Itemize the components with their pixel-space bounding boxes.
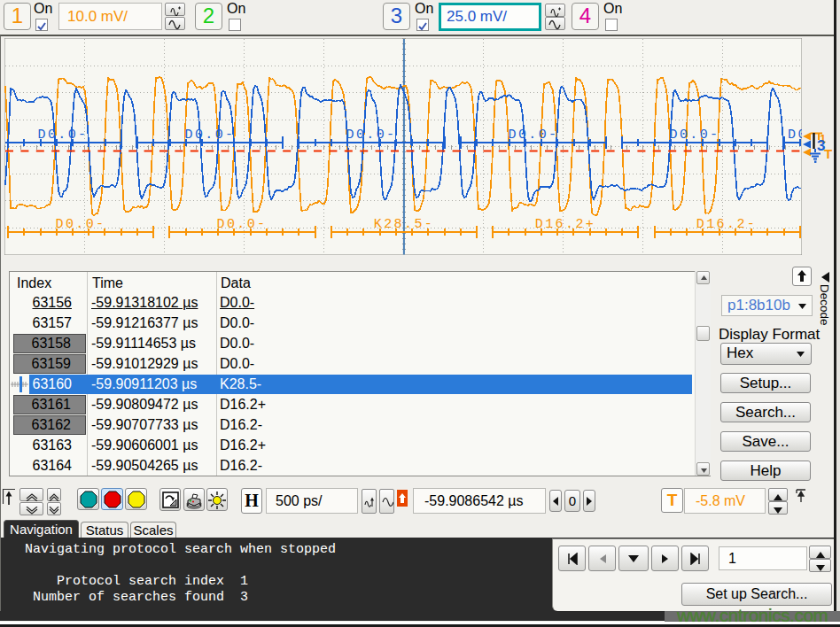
svg-text:K28.5-: K28.5- <box>374 217 434 232</box>
svg-text:D0.0-: D0.0- <box>216 217 267 232</box>
svg-text:D0.0-: D0.0- <box>669 128 719 143</box>
svg-text:D0: D0 <box>788 128 802 143</box>
svg-text:D0.0-: D0.0- <box>184 128 235 143</box>
svg-text:T: T <box>824 146 832 161</box>
svg-text:D16.2-: D16.2- <box>696 217 757 232</box>
svg-text:D0.0-: D0.0- <box>55 217 105 232</box>
svg-text:D0.0-: D0.0- <box>346 128 396 143</box>
svg-text:D0.0-: D0.0- <box>508 128 558 143</box>
svg-text:D16.2+: D16.2+ <box>535 217 595 232</box>
svg-text:D0.0-: D0.0- <box>37 128 88 143</box>
